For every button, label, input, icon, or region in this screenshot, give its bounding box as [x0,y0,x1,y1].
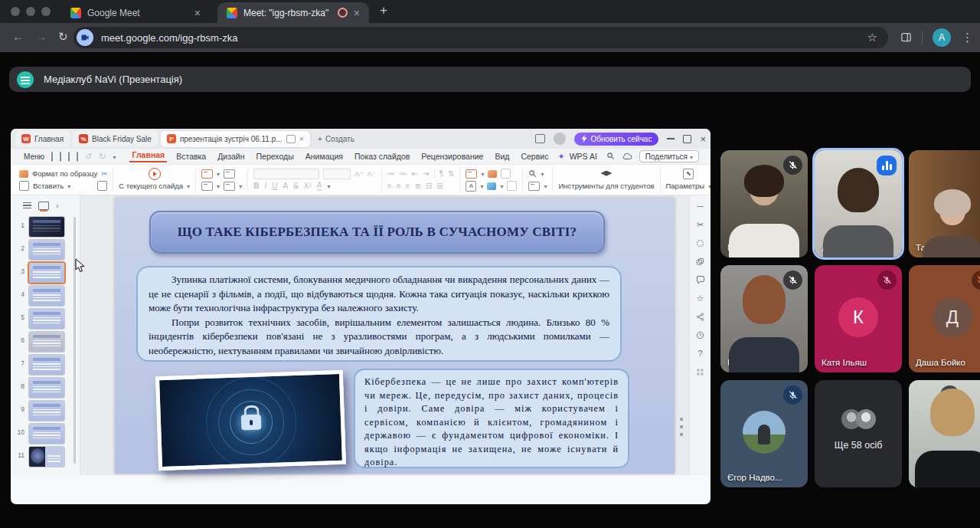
font-name-select[interactable] [253,169,319,179]
slide-thumb-1[interactable]: 1 [11,215,80,238]
format-painter-button[interactable]: Формат по образцу [32,169,97,178]
wps-account-avatar[interactable] [554,133,566,145]
new-tab-button[interactable]: + [380,3,387,18]
traffic-light-zoom[interactable] [41,7,51,16]
ribbon-tab-animation[interactable]: Анимация [303,152,345,161]
numbering-icon[interactable]: ≕ [400,169,407,178]
window-maximize-icon[interactable] [683,135,691,143]
options-button[interactable]: Параметры [666,182,705,190]
ribbon-tab-slideshow[interactable]: Показ слайдов [352,152,412,161]
align-right-icon[interactable]: ≡ [406,182,410,190]
participant-tile-anna[interactable]: Анна Бо... [909,380,980,487]
ribbon-tab-design[interactable]: Дизайн [215,152,247,161]
slide-thumb-7[interactable]: 7 [11,353,80,376]
traffic-light-minimize[interactable] [26,7,35,16]
tab-close-icon[interactable]: × [299,134,304,143]
comment-icon[interactable] [696,275,705,284]
font-size-select[interactable] [323,169,351,179]
panel-scrollbar[interactable] [74,217,76,464]
font-color-button[interactable]: A [317,181,322,191]
reload-icon[interactable]: ↻ [58,30,68,44]
justify-icon[interactable]: ≣ [414,182,420,190]
share-button[interactable]: Поделиться [639,150,699,162]
wps-tab-home[interactable]: W Главная [15,131,70,147]
pointer-options-icon[interactable]: ⬉ [683,169,694,179]
slide-cyber-lock-image[interactable] [155,370,346,471]
help-icon[interactable]: ? [696,349,705,358]
browser-menu-icon[interactable]: ⋮ [962,31,973,44]
indent-icon[interactable]: ⇥ [423,169,429,178]
italic-button[interactable]: I [264,182,266,190]
play-from-current-button[interactable]: С текущего слайда [119,182,183,190]
cut-tool-icon[interactable]: ✂ [696,220,705,229]
section-icon[interactable] [224,182,235,191]
avatar-insert-icon[interactable] [501,169,511,179]
slide-thumb-4[interactable]: 4 [11,284,80,307]
student-tools-button[interactable]: Инструменты для студентов [558,182,654,190]
align-center-icon[interactable]: ≡ [397,182,401,190]
ribbon-tab-review[interactable]: Рецензирование [419,152,485,161]
wps-create-tab-button[interactable]: + Создать [318,135,354,143]
slide-thumb-8[interactable]: 8 [11,376,80,399]
wps-tab-presentation[interactable]: P презентація зустріч 06.11.p... × [161,131,310,147]
bullets-icon[interactable]: ≔ [387,169,395,178]
new-slide-icon[interactable] [201,169,213,179]
profile-avatar[interactable]: A [933,28,951,47]
history-caret-icon[interactable] [113,152,116,161]
layout-icon[interactable] [224,169,235,179]
preview-icon[interactable] [77,152,78,162]
collapse-panel-icon[interactable]: › [56,202,58,210]
selection-icon[interactable] [696,238,705,248]
slide-thumb-5[interactable]: 5 [11,307,80,330]
paste-button[interactable]: Вставить [33,182,64,190]
cloud-sync-icon[interactable] [622,152,632,162]
reset-slide-icon[interactable] [201,182,213,191]
address-bar[interactable]: meet.google.com/igg-rbsm-zka ☆ [74,27,888,48]
ribbon-tab-view[interactable]: Вид [492,152,511,161]
slide-body-textbox[interactable]: Зупинка платіжної системи, блокування ме… [136,266,622,362]
slide-thumb-2[interactable]: 2 [11,238,80,261]
side-panel-icon[interactable] [900,31,912,46]
ribbon-tab-insert[interactable]: Вставка [174,152,208,161]
update-now-button[interactable]: Обновить сейчас [574,133,658,146]
format-painter-icon[interactable] [19,170,28,178]
play-slideshow-icon[interactable] [149,168,161,180]
participant-tile-yehor[interactable]: Єгор Надво... [720,380,808,487]
textframe-icon[interactable]: A [466,181,476,192]
distribute-icon[interactable]: ⊞ [436,182,443,190]
char-spacing-button[interactable]: A [283,182,288,190]
forward-icon[interactable]: → [35,30,47,43]
slide-canvas[interactable]: ЩО ТАКЕ КІБЕРБЕЗПЕКА ТА ЇЇ РОЛЬ В СУЧАСН… [115,198,675,474]
tab-close-icon[interactable]: × [194,8,201,18]
traffic-light-close[interactable] [11,7,20,16]
collapse-icon[interactable]: ─ [696,202,705,211]
slide-callout-textbox[interactable]: Кібербезпека — це не лише про захист ком… [354,369,629,468]
find-icon[interactable] [528,169,537,178]
overflow-tile-more-people[interactable]: Ще 58 осіб [815,380,902,487]
slide-thumb-11[interactable]: 11 [11,445,80,468]
superscript-button[interactable]: X² [304,182,312,190]
cut-icon[interactable]: ✂ [101,169,107,178]
line-spacing-icon[interactable]: ⇅ [448,169,454,178]
columns-icon[interactable]: ⊟ [426,182,432,190]
participant-tile-tamara[interactable]: Тамара ... [909,150,980,257]
history-clock-icon[interactable] [696,330,705,339]
participant-tile-mediaclub[interactable]: Медіаклуб NaVi [720,150,808,257]
underline-button[interactable]: U [272,182,277,190]
slide-thumb-10[interactable]: 10 [11,422,80,445]
window-minimize-icon[interactable] [667,138,675,139]
text-direction-icon[interactable]: ¶ [439,169,443,178]
shapes-icon[interactable] [487,182,496,190]
slide-thumb-3-active[interactable]: 3 [11,261,80,284]
apps-grid-icon[interactable] [696,367,705,376]
tab-close-icon[interactable]: × [354,8,360,18]
window-mode-icon[interactable] [535,134,545,143]
slide-title-box[interactable]: ЩО ТАКЕ КІБЕРБЕЗПЕКА ТА ЇЇ РОЛЬ В СУЧАСН… [149,211,605,254]
share-nodes-icon[interactable] [696,312,705,321]
participant-tile-katya[interactable]: К Катя Ільяш [815,265,902,372]
ribbon-tab-home[interactable]: Главная [129,150,167,162]
table-icon[interactable] [507,181,517,191]
bold-button[interactable]: B [253,182,259,190]
decrease-font-icon[interactable]: A⁻ [368,169,376,178]
participant-tile-natalya[interactable]: Наталя Золо... [720,265,808,372]
